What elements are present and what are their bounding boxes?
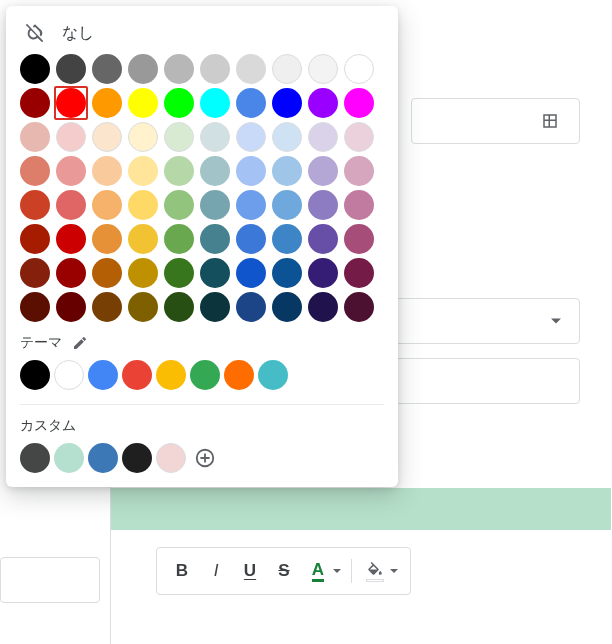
color-swatch[interactable] [56,292,86,322]
color-swatch[interactable] [344,224,374,254]
color-swatch[interactable] [344,292,374,322]
color-swatch[interactable] [56,54,86,84]
color-swatch[interactable] [308,54,338,84]
color-swatch[interactable] [272,122,302,152]
color-swatch[interactable] [128,156,158,186]
color-swatch[interactable] [236,258,266,288]
color-swatch[interactable] [20,88,50,118]
color-swatch[interactable] [344,258,374,288]
color-swatch[interactable] [20,190,50,220]
color-swatch[interactable] [56,122,86,152]
color-swatch[interactable] [164,122,194,152]
color-swatch[interactable] [224,360,254,390]
color-swatch[interactable] [128,122,158,152]
text-color-button[interactable]: A [301,554,345,588]
color-swatch[interactable] [20,443,50,473]
color-swatch[interactable] [236,292,266,322]
color-swatch[interactable] [190,360,220,390]
color-swatch[interactable] [308,292,338,322]
bold-button[interactable]: B [165,554,199,588]
add-custom-color-button[interactable] [190,443,220,473]
color-swatch[interactable] [122,443,152,473]
color-swatch[interactable] [92,122,122,152]
color-swatch[interactable] [92,258,122,288]
color-swatch[interactable] [20,224,50,254]
color-swatch[interactable] [56,224,86,254]
color-swatch[interactable] [20,258,50,288]
strikethrough-button[interactable]: S [267,554,301,588]
color-swatch[interactable] [200,190,230,220]
color-swatch[interactable] [272,224,302,254]
color-swatch[interactable] [272,156,302,186]
color-swatch[interactable] [128,224,158,254]
color-swatch[interactable] [200,88,230,118]
color-swatch[interactable] [200,54,230,84]
edit-theme-button[interactable] [72,335,88,351]
color-swatch[interactable] [56,156,86,186]
reset-color-button[interactable]: なし [20,16,384,54]
color-swatch[interactable] [236,190,266,220]
color-swatch[interactable] [128,258,158,288]
color-swatch[interactable] [20,156,50,186]
color-swatch[interactable] [164,88,194,118]
fill-color-button[interactable] [358,554,402,588]
insert-table-button[interactable] [411,98,580,144]
color-swatch[interactable] [308,190,338,220]
color-swatch[interactable] [344,190,374,220]
color-swatch[interactable] [88,443,118,473]
color-swatch[interactable] [164,54,194,84]
color-swatch[interactable] [20,292,50,322]
color-swatch[interactable] [128,190,158,220]
color-swatch[interactable] [344,88,374,118]
color-swatch[interactable] [200,122,230,152]
underline-button[interactable]: U [233,554,267,588]
color-swatch[interactable] [236,156,266,186]
color-swatch[interactable] [164,224,194,254]
color-swatch[interactable] [344,54,374,84]
color-swatch[interactable] [156,443,186,473]
color-swatch[interactable] [56,88,86,118]
color-swatch[interactable] [54,360,84,390]
color-swatch[interactable] [308,156,338,186]
color-swatch[interactable] [200,156,230,186]
color-swatch[interactable] [156,360,186,390]
color-swatch[interactable] [272,190,302,220]
color-swatch[interactable] [236,122,266,152]
color-swatch[interactable] [308,122,338,152]
color-swatch[interactable] [56,190,86,220]
color-swatch[interactable] [92,88,122,118]
color-swatch[interactable] [128,292,158,322]
color-swatch[interactable] [164,258,194,288]
color-swatch[interactable] [122,360,152,390]
color-swatch[interactable] [272,258,302,288]
color-swatch[interactable] [236,224,266,254]
color-swatch[interactable] [164,292,194,322]
color-swatch[interactable] [128,54,158,84]
color-swatch[interactable] [344,156,374,186]
color-swatch[interactable] [20,122,50,152]
color-swatch[interactable] [128,88,158,118]
color-swatch[interactable] [54,443,84,473]
color-swatch[interactable] [92,224,122,254]
color-swatch[interactable] [92,54,122,84]
color-swatch[interactable] [272,88,302,118]
color-swatch[interactable] [56,258,86,288]
color-swatch[interactable] [92,190,122,220]
color-swatch[interactable] [20,54,50,84]
color-swatch[interactable] [20,360,50,390]
color-swatch[interactable] [92,292,122,322]
color-swatch[interactable] [258,360,288,390]
color-swatch[interactable] [344,122,374,152]
italic-button[interactable]: I [199,554,233,588]
color-swatch[interactable] [92,156,122,186]
color-swatch[interactable] [308,88,338,118]
color-swatch[interactable] [272,292,302,322]
color-swatch[interactable] [236,88,266,118]
color-swatch[interactable] [236,54,266,84]
color-swatch[interactable] [272,54,302,84]
input-field-left[interactable] [0,557,100,603]
color-swatch[interactable] [164,156,194,186]
color-swatch[interactable] [200,224,230,254]
color-swatch[interactable] [200,292,230,322]
color-swatch[interactable] [200,258,230,288]
